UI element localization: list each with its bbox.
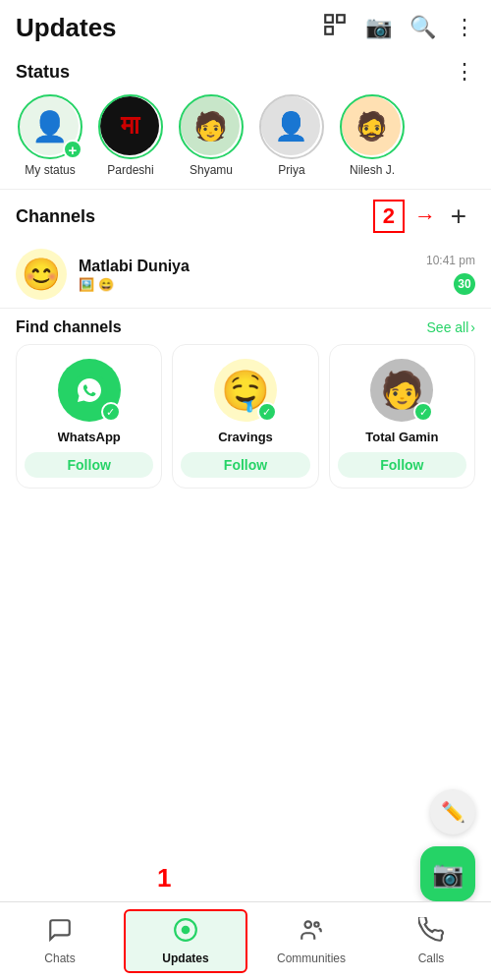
- bottom-nav: Chats Updates Communities Calls: [0, 901, 491, 980]
- svg-point-15: [305, 921, 312, 928]
- channel-info-matlabi: Matlabi Duniya 🖼️ 😄: [79, 258, 414, 292]
- nav-item-updates[interactable]: Updates: [124, 909, 247, 973]
- find-channels-label: Find channels: [16, 318, 122, 336]
- header: Updates 📷 🔍 ⋮: [0, 0, 491, 51]
- annotation-1: 1: [157, 863, 171, 894]
- follow-cravings-button[interactable]: Follow: [181, 452, 309, 478]
- status-item-mystatus[interactable]: 👤 + My status: [16, 94, 84, 177]
- follow-totalgaming-button[interactable]: Follow: [338, 452, 466, 478]
- calls-nav-icon: [418, 917, 444, 949]
- channels-section-title: Channels: [16, 206, 95, 227]
- status-more-icon[interactable]: ⋮: [454, 59, 475, 85]
- camera-fab-icon: 📷: [432, 859, 464, 890]
- channel-card-cravings[interactable]: 🤤 ✓ Cravings Follow: [172, 344, 318, 489]
- channel-avatar-matlabi: 😊: [16, 249, 67, 300]
- card-verified-totalgaming: ✓: [413, 402, 433, 422]
- status-name-shyamu: Shyamu: [190, 163, 233, 177]
- card-avatar-wrap-totalgaming: 🧑 ✓: [370, 359, 433, 422]
- status-name-mystatus: My status: [25, 163, 75, 177]
- follow-whatsapp-button[interactable]: Follow: [25, 452, 153, 478]
- channel-card-totalgaming[interactable]: 🧑 ✓ Total Gamin Follow: [329, 344, 475, 489]
- fab-area: ✏️ 📷: [420, 789, 475, 901]
- status-section-header: Status ⋮: [0, 51, 491, 90]
- find-channels-row: Find channels See all ›: [0, 309, 491, 344]
- status-name-priya: Priya: [278, 163, 304, 177]
- status-name-nilesh: Nilesh J.: [350, 163, 395, 177]
- header-icons: 📷 🔍 ⋮: [322, 12, 475, 43]
- svg-rect-2: [325, 27, 333, 34]
- annotation-2: 2: [373, 200, 405, 233]
- status-name-pardeshi: Pardeshi: [107, 163, 153, 177]
- edit-fab-button[interactable]: ✏️: [430, 789, 475, 835]
- svg-rect-0: [325, 15, 333, 23]
- nav-label-updates: Updates: [162, 951, 208, 965]
- svg-point-16: [314, 922, 318, 926]
- card-verified-cravings: ✓: [257, 402, 277, 422]
- svg-point-14: [183, 927, 190, 934]
- svg-rect-1: [337, 15, 345, 23]
- card-name-cravings: Cravings: [218, 430, 273, 444]
- search-icon[interactable]: 🔍: [409, 15, 436, 40]
- nav-item-chats[interactable]: Chats: [0, 911, 120, 971]
- channel-badge-matlabi: 30: [454, 273, 475, 295]
- status-item-shyamu[interactable]: 🧑 Shyamu: [177, 94, 246, 177]
- channel-cards-row: ✓ WhatsApp Follow 🤤 ✓ Cravings Follow 🧑 …: [0, 344, 491, 500]
- see-all-link[interactable]: See all ›: [427, 319, 475, 335]
- channel-meta-matlabi: 10:41 pm 30: [426, 254, 475, 295]
- camera-fab-button[interactable]: 📷: [420, 846, 475, 901]
- card-avatar-wrap-cravings: 🤤 ✓: [214, 359, 277, 422]
- communities-nav-icon: [299, 917, 324, 949]
- card-avatar-wrap-whatsapp: ✓: [58, 359, 121, 422]
- more-options-icon[interactable]: ⋮: [454, 15, 475, 40]
- card-name-totalgaming: Total Gamin: [365, 430, 438, 444]
- channels-section-header: Channels 2 → +: [0, 190, 491, 241]
- updates-nav-icon: [173, 917, 198, 949]
- nav-item-communities[interactable]: Communities: [251, 911, 371, 971]
- nav-label-communities: Communities: [277, 951, 346, 965]
- nav-label-chats: Chats: [44, 951, 75, 965]
- qr-icon[interactable]: [322, 12, 348, 43]
- status-item-priya[interactable]: 👤 Priya: [257, 94, 326, 177]
- status-plus-badge: +: [63, 140, 82, 159]
- add-channel-button[interactable]: +: [442, 200, 475, 233]
- nav-label-calls: Calls: [418, 951, 445, 965]
- status-row: 👤 + My status मा Pardeshi 🧑 Shyamu 👤 Pri…: [0, 90, 491, 189]
- status-item-nilesh[interactable]: 🧔 Nilesh J.: [338, 94, 407, 177]
- card-verified-whatsapp: ✓: [101, 402, 121, 422]
- channel-name-matlabi: Matlabi Duniya: [79, 258, 414, 275]
- edit-icon: ✏️: [441, 800, 465, 824]
- channel-item-matlabi[interactable]: 😊 Matlabi Duniya 🖼️ 😄 10:41 pm 30: [0, 241, 491, 308]
- chats-nav-icon: [47, 917, 73, 949]
- card-name-whatsapp: WhatsApp: [58, 430, 121, 444]
- channel-card-whatsapp[interactable]: ✓ WhatsApp Follow: [16, 344, 162, 489]
- nav-item-calls[interactable]: Calls: [371, 911, 491, 971]
- status-item-pardeshi[interactable]: मा Pardeshi: [96, 94, 165, 177]
- annotation-arrow: →: [414, 203, 436, 229]
- chevron-right-icon: ›: [470, 319, 475, 335]
- preview-icon-1: 🖼️: [79, 277, 94, 292]
- preview-icon-2: 😄: [98, 277, 114, 292]
- channel-time-matlabi: 10:41 pm: [426, 254, 475, 267]
- page-title: Updates: [16, 13, 117, 43]
- camera-header-icon[interactable]: 📷: [365, 15, 392, 40]
- status-section-title: Status: [16, 62, 70, 83]
- channel-preview-matlabi: 🖼️ 😄: [79, 277, 414, 292]
